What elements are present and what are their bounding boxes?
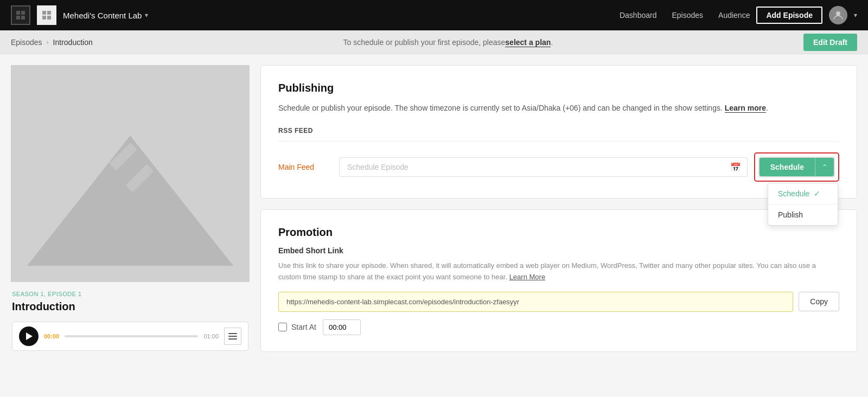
start-at-time-input[interactable] xyxy=(323,319,361,335)
svg-rect-3 xyxy=(21,16,25,20)
calendar-icon: 📅 xyxy=(730,162,741,172)
promotion-card: Promotion Embed Short Link Use this link… xyxy=(260,209,857,352)
dropdown-item-schedule[interactable]: Schedule ✓ xyxy=(768,183,838,204)
start-at-checkbox-wrap: Start At xyxy=(278,323,316,331)
schedule-main-button[interactable]: Schedule xyxy=(760,158,815,176)
schedule-dropdown: Schedule ✓ Publish xyxy=(768,183,838,226)
time-start: 00:00 xyxy=(44,333,59,340)
learn-more-link[interactable]: Learn more xyxy=(725,104,766,113)
promotion-title: Promotion xyxy=(278,226,839,239)
rss-feed-label: RSS FEED xyxy=(278,127,839,142)
avatar-chevron-icon[interactable]: ▾ xyxy=(854,11,857,19)
right-panel: Publishing Schedule or publish your epis… xyxy=(260,65,857,386)
svg-rect-4 xyxy=(42,11,46,15)
schedule-button-group: Schedule ⌃ xyxy=(758,157,835,177)
dropdown-publish-label: Publish xyxy=(778,210,803,219)
link-row: Copy xyxy=(278,292,839,312)
logo-icon-dark[interactable] xyxy=(11,5,30,25)
publishing-desc-text: Schedule or publish your episode. The sh… xyxy=(278,104,723,112)
publishing-card: Publishing Schedule or publish your epis… xyxy=(260,65,857,198)
breadcrumb-episodes[interactable]: Episodes xyxy=(11,38,42,47)
start-at-label: Start At xyxy=(291,323,316,331)
publishing-description: Schedule or publish your episode. The sh… xyxy=(278,102,839,114)
brand-name[interactable]: Mehedi's Content Lab ▾ xyxy=(63,11,148,20)
embed-description: Use this link to share your episode. Whe… xyxy=(278,260,839,283)
svg-rect-7 xyxy=(47,16,51,20)
feed-input-wrap: 📅 xyxy=(339,157,748,177)
feed-row: Main Feed 📅 Schedule ⌃ Schedule xyxy=(278,152,839,182)
schedule-chevron-button[interactable]: ⌃ xyxy=(815,158,834,176)
episode-season: SEASON 1, EPISODE 1 xyxy=(12,291,248,297)
brand-label: Mehedi's Content Lab xyxy=(63,11,142,20)
main-feed-label: Main Feed xyxy=(278,163,333,171)
audio-player: 00:00 01:00 xyxy=(12,322,248,351)
select-plan-link[interactable]: select a plan xyxy=(505,38,551,47)
nav-dashboard[interactable]: Dashboard xyxy=(620,11,657,20)
breadcrumb-current: Introduction xyxy=(53,38,93,47)
start-at-checkbox[interactable] xyxy=(278,323,287,331)
left-panel: SEASON 1, EPISODE 1 Introduction 00:00 0… xyxy=(11,65,250,386)
embed-link-input[interactable] xyxy=(278,292,793,312)
embed-desc-text: Use this link to share your episode. Whe… xyxy=(278,261,816,281)
svg-rect-6 xyxy=(42,16,46,20)
publishing-title: Publishing xyxy=(278,82,839,94)
check-icon: ✓ xyxy=(814,189,820,198)
svg-rect-2 xyxy=(16,16,20,20)
add-episode-button[interactable]: Add Episode xyxy=(756,7,822,24)
season-label: SEASON 1, EPISODE xyxy=(12,291,78,297)
episode-meta: SEASON 1, EPISODE 1 Introduction 00:00 0… xyxy=(11,291,250,351)
banner-period: . xyxy=(551,38,553,47)
embed-learn-more-link[interactable]: Learn More xyxy=(509,273,545,281)
brand-chevron-icon: ▾ xyxy=(145,11,148,19)
avatar[interactable] xyxy=(829,6,847,24)
play-button[interactable] xyxy=(19,326,39,346)
top-navigation: Mehedi's Content Lab ▾ Dashboard Episode… xyxy=(0,0,868,30)
nav-episodes[interactable]: Episodes xyxy=(672,11,703,20)
player-menu-button[interactable] xyxy=(224,328,241,345)
copy-button[interactable]: Copy xyxy=(799,292,839,311)
time-end: 01:00 xyxy=(203,333,219,340)
episode-thumbnail xyxy=(11,65,250,282)
svg-point-8 xyxy=(836,11,840,16)
svg-rect-5 xyxy=(47,11,51,15)
svg-rect-0 xyxy=(16,11,20,15)
embed-short-link-title: Embed Short Link xyxy=(278,246,839,255)
breadcrumb-banner: To schedule or publish your first episod… xyxy=(93,38,803,47)
nav-links: Dashboard Episodes Audience xyxy=(620,11,750,20)
schedule-highlight-box: Schedule ⌃ Schedule ✓ Publish xyxy=(754,152,839,182)
schedule-episode-input[interactable] xyxy=(339,157,748,177)
episode-title: Introduction xyxy=(12,300,248,313)
main-layout: SEASON 1, EPISODE 1 Introduction 00:00 0… xyxy=(0,54,868,397)
svg-rect-1 xyxy=(21,11,25,15)
start-at-row: Start At xyxy=(278,319,839,335)
season-number: 1 xyxy=(78,291,82,297)
breadcrumb: Episodes › Introduction xyxy=(11,38,93,47)
nav-audience[interactable]: Audience xyxy=(718,11,750,20)
dropdown-item-publish[interactable]: Publish xyxy=(768,204,838,225)
logo-icon-light[interactable] xyxy=(37,5,56,25)
banner-text: To schedule or publish your first episod… xyxy=(343,38,505,47)
breadcrumb-bar: Episodes › Introduction To schedule or p… xyxy=(0,30,868,54)
progress-bar[interactable] xyxy=(65,335,198,337)
edit-draft-button[interactable]: Edit Draft xyxy=(803,34,857,51)
dropdown-schedule-label: Schedule xyxy=(778,189,809,198)
breadcrumb-separator: › xyxy=(47,39,49,46)
